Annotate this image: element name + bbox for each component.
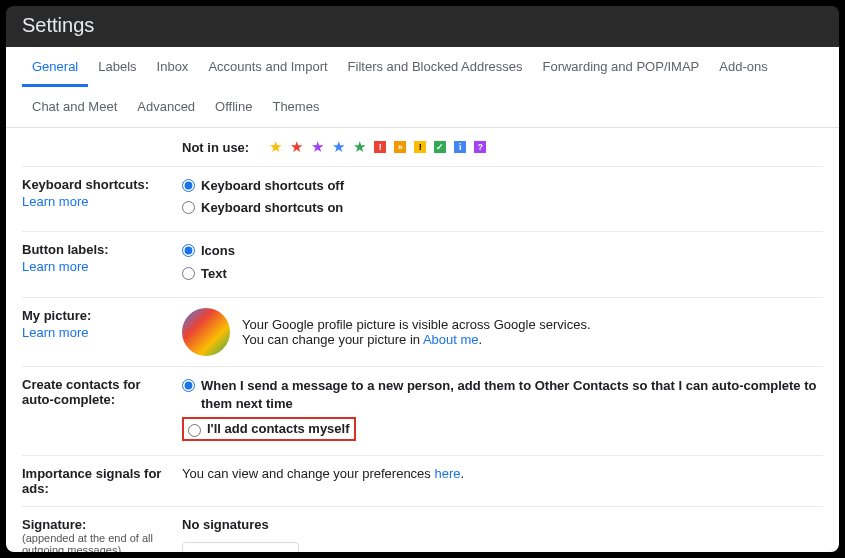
badge-green-check-icon[interactable]: ✓	[434, 141, 446, 153]
badge-blue-info-icon[interactable]: i	[454, 141, 466, 153]
tab-chat[interactable]: Chat and Meet	[22, 87, 127, 127]
importance-text-2: .	[461, 466, 465, 481]
row-my-picture: My picture: Learn more Your Google profi…	[22, 298, 823, 367]
star-red-icon[interactable]: ★	[290, 138, 303, 156]
learn-more-link[interactable]: Learn more	[22, 325, 88, 340]
create-contacts-label: Create contacts for auto-complete:	[22, 377, 172, 407]
importance-here-link[interactable]: here	[434, 466, 460, 481]
signature-sub: (appended at the end of all outgoing mes…	[22, 532, 172, 552]
badge-orange-arrow-icon[interactable]: »	[394, 141, 406, 153]
tab-themes[interactable]: Themes	[262, 87, 329, 127]
picture-desc-2a: You can change your picture in	[242, 332, 423, 347]
tab-forwarding[interactable]: Forwarding and POP/IMAP	[532, 47, 709, 87]
tab-general[interactable]: General	[22, 47, 88, 87]
settings-body: Not in use: ★ ★ ★ ★ ★ ! » ! ✓ i ?	[6, 128, 839, 552]
radio-manual-contacts[interactable]	[188, 424, 201, 437]
notinuse-label: Not in use:	[182, 140, 249, 155]
tab-accounts[interactable]: Accounts and Import	[198, 47, 337, 87]
keyboard-on-label: Keyboard shortcuts on	[201, 199, 343, 217]
row-create-contacts: Create contacts for auto-complete: When …	[22, 367, 823, 457]
auto-contacts-label: When I send a message to a new person, a…	[201, 377, 823, 413]
tab-labels[interactable]: Labels	[88, 47, 146, 87]
tab-filters[interactable]: Filters and Blocked Addresses	[338, 47, 533, 87]
my-picture-label: My picture:	[22, 308, 172, 323]
row-signature: Signature: (appended at the end of all o…	[22, 507, 823, 552]
star-purple-icon[interactable]: ★	[311, 138, 324, 156]
keyboard-off-label: Keyboard shortcuts off	[201, 177, 344, 195]
window-title: Settings	[6, 6, 839, 47]
importance-label: Importance signals for ads:	[22, 466, 172, 496]
row-keyboard-shortcuts: Keyboard shortcuts: Learn more Keyboard …	[22, 167, 823, 232]
star-green-icon[interactable]: ★	[353, 138, 366, 156]
tab-offline[interactable]: Offline	[205, 87, 262, 127]
text-label: Text	[201, 265, 227, 283]
avatar[interactable]	[182, 308, 230, 356]
radio-auto-contacts[interactable]	[182, 379, 195, 392]
row-importance-signals: Importance signals for ads: You can view…	[22, 456, 823, 507]
badge-yellow-exclaim-icon[interactable]: !	[414, 141, 426, 153]
button-labels-label: Button labels:	[22, 242, 172, 257]
keyboard-shortcuts-label: Keyboard shortcuts:	[22, 177, 172, 192]
radio-text[interactable]	[182, 267, 195, 280]
importance-text-1: You can view and change your preferences	[182, 466, 434, 481]
badge-purple-question-icon[interactable]: ?	[474, 141, 486, 153]
about-me-link[interactable]: About me	[423, 332, 479, 347]
learn-more-link[interactable]: Learn more	[22, 194, 88, 209]
radio-keyboard-on[interactable]	[182, 201, 195, 214]
picture-desc-2c: .	[479, 332, 483, 347]
tab-advanced[interactable]: Advanced	[127, 87, 205, 127]
tab-addons[interactable]: Add-ons	[709, 47, 777, 87]
learn-more-link[interactable]: Learn more	[22, 259, 88, 274]
star-yellow-icon[interactable]: ★	[269, 138, 282, 156]
tab-inbox[interactable]: Inbox	[147, 47, 199, 87]
picture-desc-1: Your Google profile picture is visible a…	[242, 317, 591, 332]
row-stars-notinuse: Not in use: ★ ★ ★ ★ ★ ! » ! ✓ i ?	[22, 128, 823, 167]
signature-label: Signature:	[22, 517, 172, 532]
highlight-box: I'll add contacts myself	[182, 417, 356, 441]
row-button-labels: Button labels: Learn more Icons Text	[22, 232, 823, 297]
create-new-label: Create new	[212, 550, 284, 552]
radio-keyboard-off[interactable]	[182, 179, 195, 192]
plus-icon: +	[197, 550, 206, 552]
radio-icons[interactable]	[182, 244, 195, 257]
create-signature-button[interactable]: + Create new	[182, 542, 299, 552]
manual-contacts-label: I'll add contacts myself	[207, 420, 350, 438]
icons-label: Icons	[201, 242, 235, 260]
no-signatures-text: No signatures	[182, 517, 823, 532]
star-blue-icon[interactable]: ★	[332, 138, 345, 156]
settings-tabs: General Labels Inbox Accounts and Import…	[6, 47, 839, 128]
badge-red-exclaim-icon[interactable]: !	[374, 141, 386, 153]
